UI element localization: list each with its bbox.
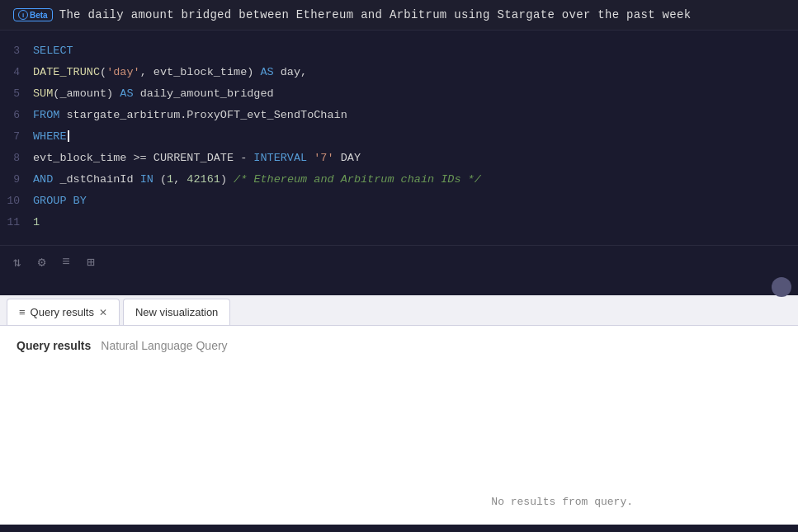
code-line: 7WHERE <box>0 126 798 148</box>
line-number: 7 <box>0 128 33 146</box>
query-description: The daily amount bridged between Ethereu… <box>59 8 692 21</box>
code-line: 8 evt_block_time >= CURRENT_DATE - INTER… <box>0 148 798 169</box>
tab-new-visualization-label: New visualization <box>135 306 218 318</box>
top-bar: i Beta The daily amount bridged between … <box>0 0 798 31</box>
code-line: 5 SUM(_amount) AS daily_amount_bridged <box>0 83 798 105</box>
code-editor[interactable]: 3SELECT4 DATE_TRUNC('day', evt_block_tim… <box>0 31 798 245</box>
editor-toolbar: ⇅ ⚙ ≡ ⊞ <box>0 245 798 279</box>
line-content: evt_block_time >= CURRENT_DATE - INTERVA… <box>33 149 361 167</box>
line-content: DATE_TRUNC('day', evt_block_time) AS day… <box>33 64 307 82</box>
scroll-handle-area <box>0 279 798 295</box>
tab-close-icon[interactable]: ✕ <box>99 308 107 318</box>
line-content: SUM(_amount) AS daily_amount_bridged <box>33 85 274 103</box>
format-icon[interactable]: ≡ <box>62 255 70 270</box>
line-number: 4 <box>0 64 33 82</box>
line-number: 6 <box>0 106 33 125</box>
code-line: 11 1 <box>0 212 798 233</box>
results-area: Query results Natural Language Query No … <box>0 326 798 525</box>
tab-query-results[interactable]: ≡ Query results ✕ <box>7 299 120 325</box>
line-number: 5 <box>0 85 33 103</box>
run-icon[interactable]: ⇅ <box>13 254 21 271</box>
code-line: 10GROUP BY <box>0 191 798 212</box>
results-title: Query results <box>17 339 91 352</box>
code-line: 9 AND _dstChainId IN (1, 42161) /* Ether… <box>0 169 798 191</box>
beta-label: Beta <box>30 11 48 20</box>
info-icon: i <box>18 10 28 20</box>
line-content: WHERE <box>33 128 69 146</box>
results-subtitle: Natural Language Query <box>101 339 227 352</box>
line-content: SELECT <box>33 42 73 60</box>
code-line: 4 DATE_TRUNC('day', evt_block_time) AS d… <box>0 62 798 83</box>
options-icon[interactable]: ⊞ <box>87 254 95 271</box>
line-content: AND _dstChainId IN (1, 42161) /* Ethereu… <box>33 171 481 189</box>
text-cursor <box>68 130 69 142</box>
line-number: 9 <box>0 171 33 189</box>
line-content: FROM stargate_arbitrum.ProxyOFT_evt_Send… <box>33 106 347 125</box>
line-number: 10 <box>0 192 33 210</box>
scroll-handle[interactable] <box>772 277 791 297</box>
line-number: 3 <box>0 42 33 60</box>
tabs-bar: ≡ Query results ✕ New visualization <box>0 295 798 326</box>
line-content: 1 <box>33 214 40 232</box>
line-number: 8 <box>0 149 33 167</box>
tab-new-visualization[interactable]: New visualization <box>123 299 230 325</box>
line-content: GROUP BY <box>33 192 87 210</box>
line-number: 11 <box>0 214 33 232</box>
settings-icon[interactable]: ⚙ <box>38 254 46 271</box>
list-icon: ≡ <box>19 306 26 318</box>
no-results-message: No results from query. <box>491 496 633 508</box>
beta-badge: i Beta <box>13 8 53 21</box>
results-header: Query results Natural Language Query <box>17 339 781 352</box>
code-line: 3SELECT <box>0 40 798 62</box>
tab-query-results-label: Query results <box>31 306 94 318</box>
code-line: 6FROM stargate_arbitrum.ProxyOFT_evt_Sen… <box>0 105 798 126</box>
